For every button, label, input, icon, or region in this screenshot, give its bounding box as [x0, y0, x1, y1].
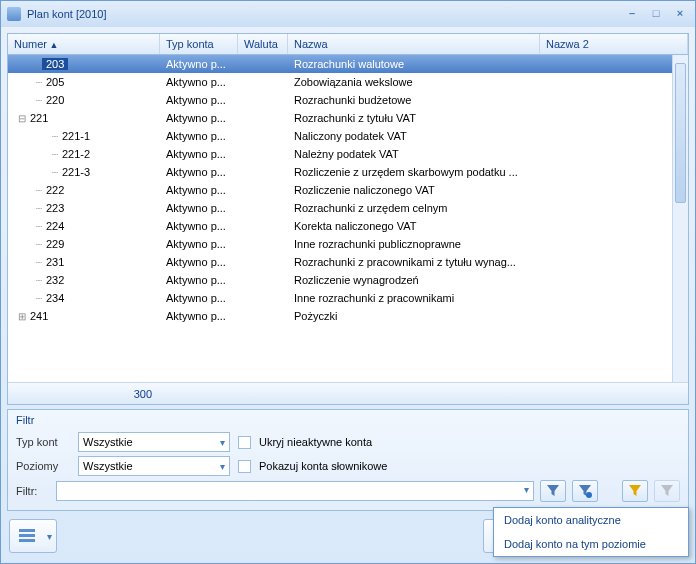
minimize-button[interactable]: – [623, 7, 641, 21]
col-header-waluta[interactable]: Waluta [238, 34, 288, 54]
cell-naz: Rozrachunki walutowe [288, 58, 540, 70]
table-row[interactable]: ┈222Aktywno p...Rozliczenie naliczonego … [8, 181, 688, 199]
table-row[interactable]: ┈234Aktywno p...Inne rozrachunki z praco… [8, 289, 688, 307]
hide-inactive-checkbox[interactable] [238, 436, 251, 449]
tree-leaf-icon: ┈ [46, 149, 58, 160]
table-row[interactable]: ┈232Aktywno p...Rozliczenie wynagrodzeń [8, 271, 688, 289]
cell-typ: Aktywno p... [160, 166, 238, 178]
cell-typ: Aktywno p... [160, 274, 238, 286]
grid-body[interactable]: ┈203Aktywno p...Rozrachunki walutowe┈205… [8, 55, 688, 382]
account-number: 231 [42, 256, 68, 268]
filtr-label: Filtr: [16, 485, 50, 497]
cell-typ: Aktywno p... [160, 310, 238, 322]
filter-panel-title: Filtr [16, 414, 680, 426]
typ-kont-label: Typ kont [16, 436, 70, 448]
window-title: Plan kont [2010] [27, 8, 623, 20]
table-row[interactable]: ⊞241Aktywno p...Pożyczki [8, 307, 688, 325]
tree-expander-icon[interactable]: ⊟ [14, 113, 26, 124]
cell-naz: Rozliczenie z urzędem skarbowym podatku … [288, 166, 540, 178]
svg-rect-1 [19, 529, 35, 532]
cell-typ: Aktywno p... [160, 202, 238, 214]
tree-leaf-icon: ┈ [30, 203, 42, 214]
tree-leaf-icon: ┈ [30, 293, 42, 304]
cell-naz: Pożyczki [288, 310, 540, 322]
hide-inactive-label: Ukryj nieaktywne konta [259, 436, 372, 448]
table-row[interactable]: ┈203Aktywno p...Rozrachunki walutowe [8, 55, 688, 73]
poziomy-value: Wszystkie [83, 460, 133, 472]
cell-typ: Aktywno p... [160, 184, 238, 196]
add-account-menu: Dodaj konto analityczne Dodaj konto na t… [493, 507, 689, 557]
cell-typ: Aktywno p... [160, 148, 238, 160]
svg-point-0 [586, 492, 592, 498]
tree-leaf-icon: ┈ [30, 239, 42, 250]
cell-naz: Rozliczenie naliczonego VAT [288, 184, 540, 196]
table-row[interactable]: ⊟221Aktywno p...Rozrachunki z tytułu VAT [8, 109, 688, 127]
menu-add-same-level[interactable]: Dodaj konto na tym poziomie [494, 532, 688, 556]
table-row[interactable]: ┈229Aktywno p...Inne rozrachunki publicz… [8, 235, 688, 253]
col-header-typ[interactable]: Typ konta [160, 34, 238, 54]
cell-typ: Aktywno p... [160, 94, 238, 106]
funnel-gear-icon [578, 484, 592, 498]
vertical-scrollbar[interactable] [672, 55, 688, 382]
tree-leaf-icon: ┈ [30, 77, 42, 88]
col-header-nazwa2[interactable]: Nazwa 2 [540, 34, 688, 54]
cell-typ: Aktywno p... [160, 130, 238, 142]
tree-leaf-icon: ┈ [46, 167, 58, 178]
accounts-grid: Numer Typ konta Waluta Nazwa Nazwa 2 ┈20… [7, 33, 689, 405]
close-button[interactable]: × [671, 7, 689, 21]
tree-leaf-icon: ┈ [30, 221, 42, 232]
grid-header: Numer Typ konta Waluta Nazwa Nazwa 2 [8, 34, 688, 55]
tree-leaf-icon: ┈ [30, 95, 42, 106]
filter-disabled-button [654, 480, 680, 502]
col-header-numer[interactable]: Numer [8, 34, 160, 54]
clear-filter-button[interactable] [622, 480, 648, 502]
table-row[interactable]: ┈221-2Aktywno p...Należny podatek VAT [8, 145, 688, 163]
table-row[interactable]: ┈205Aktywno p...Zobowiązania wekslowe [8, 73, 688, 91]
show-dict-label: Pokazuj konta słownikowe [259, 460, 387, 472]
funnel-icon [546, 484, 560, 498]
col-header-nazwa[interactable]: Nazwa [288, 34, 540, 54]
tree-leaf-icon: ┈ [30, 257, 42, 268]
tree-leaf-icon: ┈ [30, 59, 42, 70]
apply-filter-button[interactable] [540, 480, 566, 502]
scroll-thumb[interactable] [675, 63, 686, 203]
account-number: 223 [42, 202, 68, 214]
show-dict-checkbox[interactable] [238, 460, 251, 473]
account-number: 205 [42, 76, 68, 88]
grid-sum: 300 [8, 388, 160, 400]
window-frame: Plan kont [2010] – □ × Numer Typ konta W… [0, 0, 696, 564]
maximize-button[interactable]: □ [647, 7, 665, 21]
cell-typ: Aktywno p... [160, 76, 238, 88]
account-number: 229 [42, 238, 68, 250]
cell-typ: Aktywno p... [160, 58, 238, 70]
table-row[interactable]: ┈221-1Aktywno p...Naliczony podatek VAT [8, 127, 688, 145]
table-row[interactable]: ┈221-3Aktywno p...Rozliczenie z urzędem … [8, 163, 688, 181]
table-row[interactable]: ┈223Aktywno p...Rozrachunki z urzędem ce… [8, 199, 688, 217]
filter-panel: Filtr Typ kont Wszystkie Ukryj nieaktywn… [7, 409, 689, 511]
list-view-button[interactable] [9, 519, 57, 553]
poziomy-combo[interactable]: Wszystkie [78, 456, 230, 476]
cell-typ: Aktywno p... [160, 220, 238, 232]
typ-kont-combo[interactable]: Wszystkie [78, 432, 230, 452]
filter-input[interactable] [56, 481, 534, 501]
account-number: 241 [26, 310, 52, 322]
account-number: 222 [42, 184, 68, 196]
cell-naz: Zobowiązania wekslowe [288, 76, 540, 88]
table-row[interactable]: ┈224Aktywno p...Korekta naliczonego VAT [8, 217, 688, 235]
typ-kont-value: Wszystkie [83, 436, 133, 448]
menu-add-analytic[interactable]: Dodaj konto analityczne [494, 508, 688, 532]
table-row[interactable]: ┈231Aktywno p...Rozrachunki z pracownika… [8, 253, 688, 271]
table-row[interactable]: ┈220Aktywno p...Rozrachunki budżetowe [8, 91, 688, 109]
account-number: 232 [42, 274, 68, 286]
cell-naz: Należny podatek VAT [288, 148, 540, 160]
cell-naz: Rozrachunki z urzędem celnym [288, 202, 540, 214]
svg-rect-3 [19, 539, 35, 542]
funnel-clear-icon [628, 484, 642, 498]
cell-naz: Rozrachunki budżetowe [288, 94, 540, 106]
titlebar[interactable]: Plan kont [2010] – □ × [1, 1, 695, 27]
cell-typ: Aktywno p... [160, 256, 238, 268]
filter-settings-button[interactable] [572, 480, 598, 502]
tree-leaf-icon: ┈ [46, 131, 58, 142]
tree-expander-icon[interactable]: ⊞ [14, 311, 26, 322]
list-icon [18, 527, 36, 545]
